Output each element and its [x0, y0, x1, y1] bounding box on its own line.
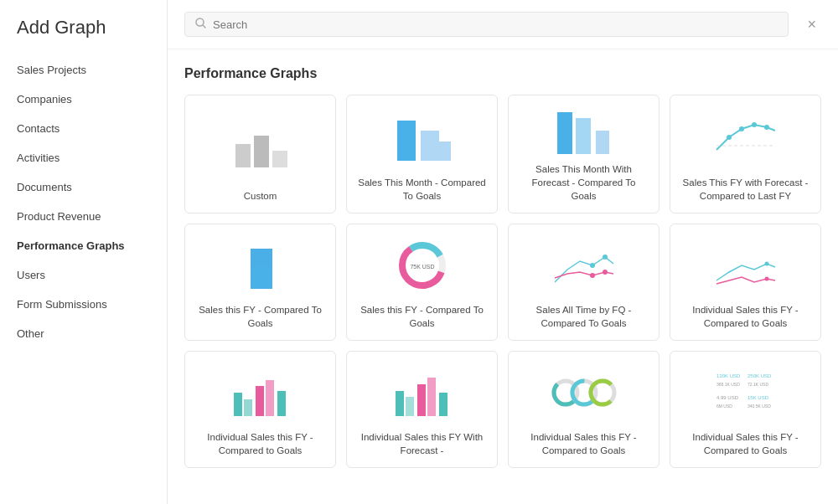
svg-point-22	[590, 263, 595, 268]
svg-rect-8	[557, 112, 572, 154]
svg-rect-5	[397, 121, 416, 161]
graph-card-8[interactable]: Individual Sales this FY - Compared to G…	[184, 351, 336, 468]
svg-point-13	[739, 126, 744, 131]
graph-label: Sales this FY - Compared To Goals	[357, 303, 487, 330]
svg-rect-36	[427, 378, 436, 416]
svg-text:75K USD: 75K USD	[410, 264, 434, 270]
graph-thumbnail	[519, 234, 649, 296]
content-area: Performance Graphs Custom Sales This Mon…	[168, 49, 838, 504]
main-panel: × Performance Graphs Custom Sales This M…	[168, 0, 838, 504]
svg-text:15K USD: 15K USD	[747, 395, 769, 400]
graph-card-3[interactable]: Sales This FY with Forecast - Compared t…	[670, 95, 821, 213]
sidebar-item-product-revenue[interactable]: Product Revenue	[0, 202, 167, 231]
graph-label: Individual Sales this FY - Compared to G…	[519, 430, 649, 457]
graph-label: Individual Sales this FY - Compared to G…	[195, 430, 325, 457]
graph-thumbnail	[519, 362, 649, 424]
svg-rect-10	[596, 131, 609, 154]
svg-point-15	[764, 125, 769, 130]
graph-label: Individual Sales this FY - Compared to G…	[680, 430, 810, 457]
svg-text:4.99 USD: 4.99 USD	[716, 395, 739, 400]
graph-thumbnail	[357, 105, 487, 169]
svg-rect-35	[417, 384, 426, 416]
sidebar-item-users[interactable]: Users	[0, 260, 167, 290]
svg-text:130K USD: 130K USD	[716, 373, 741, 378]
graph-card-0[interactable]: Custom	[184, 95, 336, 213]
svg-rect-2	[235, 144, 251, 167]
svg-point-12	[727, 135, 732, 140]
svg-rect-9	[576, 118, 591, 154]
graph-label: Sales this FY - Compared To Goals	[195, 303, 325, 330]
svg-point-24	[590, 273, 595, 278]
sidebar-item-performance-graphs[interactable]: Performance Graphs	[0, 231, 167, 260]
svg-rect-33	[396, 391, 404, 416]
search-icon	[195, 18, 206, 31]
search-bar[interactable]	[184, 12, 789, 37]
graph-thumbnail	[357, 362, 487, 424]
svg-text:368.1K USD: 368.1K USD	[716, 382, 740, 387]
close-button[interactable]: ×	[802, 14, 821, 35]
svg-rect-6	[421, 131, 439, 161]
graph-label: Sales This Month With Forecast - Compare…	[519, 162, 649, 203]
sidebar-item-activities[interactable]: Activities	[0, 143, 167, 172]
graph-thumbnail	[680, 234, 810, 296]
search-input[interactable]	[213, 18, 778, 31]
svg-rect-3	[254, 136, 269, 167]
header: ×	[168, 0, 838, 49]
graph-label: Sales This FY with Forecast - Compared t…	[680, 176, 810, 203]
svg-rect-31	[266, 380, 274, 416]
sidebar-item-documents[interactable]: Documents	[0, 172, 167, 202]
svg-rect-30	[256, 386, 264, 416]
graph-thumbnail: 130K USD 250K USD 368.1K USD 72.1K USD 4…	[680, 362, 810, 424]
graph-thumbnail	[195, 234, 325, 296]
sidebar-item-sales-projects[interactable]: Sales Projects	[0, 55, 167, 85]
graph-card-5[interactable]: 75K USD Sales this FY - Compared To Goal…	[346, 224, 498, 341]
svg-rect-17	[251, 249, 272, 265]
svg-rect-7	[439, 141, 451, 161]
sidebar-item-form-submissions[interactable]: Form Submissions	[0, 290, 167, 319]
graph-card-7[interactable]: Individual Sales this FY - Compared to G…	[670, 224, 821, 341]
svg-point-26	[764, 262, 768, 266]
svg-rect-29	[244, 399, 252, 416]
sidebar-item-other[interactable]: Other	[0, 319, 167, 348]
graph-label: Individual Sales this FY With Forecast -	[357, 430, 487, 457]
svg-text:6M USD: 6M USD	[716, 404, 732, 409]
sidebar: Add Graph Sales ProjectsCompaniesContact…	[0, 0, 168, 504]
app-title: Add Graph	[0, 17, 167, 55]
svg-text:72.1K USD: 72.1K USD	[747, 382, 768, 387]
graph-card-9[interactable]: Individual Sales this FY With Forecast -	[346, 351, 498, 468]
sidebar-item-contacts[interactable]: Contacts	[0, 114, 167, 143]
graph-thumbnail	[195, 362, 325, 424]
svg-rect-37	[439, 393, 447, 416]
graph-label: Sales This Month - Compared To Goals	[357, 176, 487, 203]
svg-rect-4	[272, 151, 287, 167]
graph-label: Individual Sales this FY - Compared to G…	[680, 303, 810, 330]
svg-text:340.5K USD: 340.5K USD	[747, 404, 771, 409]
graph-thumbnail	[519, 105, 649, 156]
svg-rect-32	[277, 391, 286, 416]
graph-card-4[interactable]: Sales this FY - Compared To Goals	[184, 224, 336, 341]
graph-thumbnail	[680, 105, 810, 169]
graph-thumbnail: 75K USD	[357, 234, 487, 296]
svg-point-25	[603, 270, 608, 275]
graph-card-6[interactable]: Sales All Time by FQ - Compared To Goals	[508, 224, 660, 341]
graph-card-2[interactable]: Sales This Month With Forecast - Compare…	[508, 95, 660, 213]
svg-text:250K USD: 250K USD	[747, 373, 772, 378]
svg-line-1	[203, 25, 205, 28]
graph-card-11[interactable]: 130K USD 250K USD 368.1K USD 72.1K USD 4…	[670, 351, 821, 468]
graph-label: Custom	[244, 189, 277, 203]
svg-rect-34	[406, 397, 414, 416]
svg-point-23	[603, 255, 608, 260]
sidebar-item-companies[interactable]: Companies	[0, 85, 167, 114]
graph-grid: Custom Sales This Month - Compared To Go…	[184, 95, 821, 468]
graph-card-10[interactable]: Individual Sales this FY - Compared to G…	[508, 351, 660, 468]
graph-card-1[interactable]: Sales This Month - Compared To Goals	[346, 95, 498, 213]
svg-point-14	[752, 122, 757, 127]
svg-rect-28	[234, 393, 242, 416]
graph-thumbnail	[195, 105, 325, 183]
graph-label: Sales All Time by FQ - Compared To Goals	[519, 303, 649, 330]
section-title: Performance Graphs	[184, 66, 821, 81]
svg-point-27	[764, 277, 768, 281]
